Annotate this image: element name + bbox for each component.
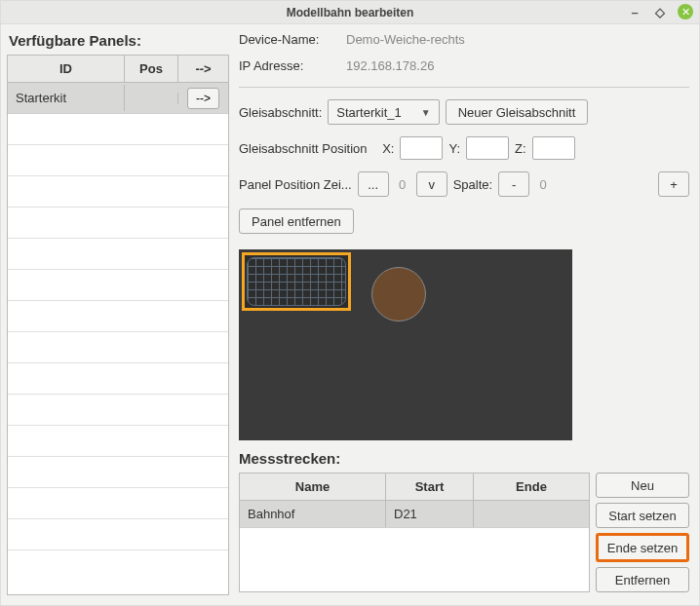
chevron-down-icon: ▼ [421,107,431,118]
close-icon[interactable]: ✕ [678,4,693,19]
ms-end-cell [474,501,589,527]
minimize-icon[interactable]: – [627,4,642,19]
maximize-icon[interactable]: ◇ [652,4,668,19]
y-label: Y: [448,141,460,156]
col-action-header[interactable]: --> [178,56,228,82]
ms-end-set-button[interactable]: Ende setzen [596,533,689,562]
table-row[interactable]: Starterkit --> [8,83,228,114]
panel-add-button[interactable]: --> [187,88,219,109]
gleisabschnitt-selected: Starterkit_1 [336,105,401,120]
available-panels-header: Verfügbare Panels: [7,32,229,49]
z-input[interactable] [532,136,575,160]
spalte-minus-button[interactable]: - [498,171,529,197]
gleisabschnitt-pos-label: Gleisabschnitt Position [239,141,368,156]
ms-name-cell: Bahnhof [240,501,386,527]
panel-row-value: 0 [395,177,410,192]
messstrecken-table: Name Start Ende Bahnhof D21 [239,473,590,592]
panel-thumbnail[interactable] [242,252,351,311]
table-row[interactable]: Bahnhof D21 [240,501,589,528]
x-input[interactable] [400,136,443,160]
ms-col-start[interactable]: Start [386,473,474,500]
preview-circle-icon [371,267,426,322]
panel-grid-icon [247,257,346,306]
spalte-value: 0 [535,177,551,192]
device-name-value: Demo-Weiche-rechts [346,32,465,47]
panel-row-v-button[interactable]: v [416,171,447,197]
spalte-plus-button[interactable]: + [658,171,689,197]
ip-address-value: 192.168.178.26 [346,58,434,73]
ms-new-button[interactable]: Neu [596,473,689,498]
panel-pos-cell [125,93,178,104]
gleisabschnitt-label: Gleisabschnitt: [239,105,322,120]
z-label: Z: [515,141,526,156]
ip-address-label: IP Adresse: [239,58,346,73]
panel-row-more-button[interactable]: ... [358,171,389,197]
col-id-header[interactable]: ID [8,56,125,82]
ms-start-cell: D21 [386,501,474,527]
ms-start-set-button[interactable]: Start setzen [596,503,689,528]
col-pos-header[interactable]: Pos [125,56,178,82]
x-label: X: [382,141,394,156]
panel-position-label: Panel Position Zei... [239,177,352,192]
panel-remove-button[interactable]: Panel entfernen [239,208,354,234]
preview-canvas[interactable] [239,249,572,440]
y-input[interactable] [466,136,509,160]
titlebar: Modellbahn bearbeiten – ◇ ✕ [1,1,699,24]
available-panels-table: ID Pos --> Starterkit --> [7,55,229,595]
device-name-label: Device-Name: [239,32,346,47]
window-title: Modellbahn bearbeiten [287,6,414,19]
panel-id-cell: Starterkit [8,85,125,111]
ms-col-name[interactable]: Name [240,473,386,500]
ms-remove-button[interactable]: Entfernen [596,567,689,592]
messstrecken-header: Messstrecken: [239,450,689,467]
ms-col-end[interactable]: Ende [474,473,589,500]
new-gleisabschnitt-button[interactable]: Neuer Gleisabschnitt [446,99,589,125]
spalte-label: Spalte: [453,177,492,192]
gleisabschnitt-select[interactable]: Starterkit_1 ▼ [328,99,439,125]
